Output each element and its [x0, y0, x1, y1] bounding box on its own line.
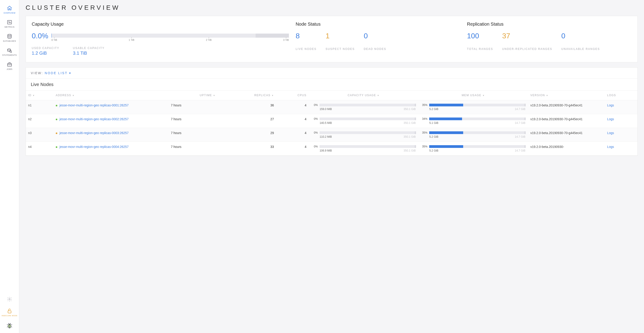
dead-nodes-stat: 0 DEAD NODES	[364, 32, 386, 51]
mem-usage-cell: 35% 5.2 GiB14.7 GiB	[418, 128, 528, 142]
col-cpus[interactable]: CPUS	[276, 90, 309, 100]
replication-status-section: Replication Status 100 TOTAL RANGES 37 U…	[467, 22, 632, 56]
logs-link[interactable]: Logs	[607, 103, 614, 107]
capacity-ticks: 0 TiB 1 TiB 2 TiB 3 TiB	[52, 39, 289, 41]
live-nodes-stat: 8 LIVE NODES	[296, 32, 316, 51]
status-dot-icon	[56, 146, 57, 148]
col-address[interactable]: ADDRESS ▼	[54, 90, 168, 100]
view-dropdown[interactable]: NODE LIST ▾	[45, 71, 72, 75]
home-icon	[7, 6, 12, 11]
sidebar-item-label: STATEMENTS	[2, 54, 17, 56]
database-icon	[7, 34, 12, 39]
sidebar-item-databases[interactable]: DATABASES	[2, 31, 17, 45]
mem-usage-cell: 34% 5.1 GiB14.7 GiB	[418, 114, 528, 128]
jobs-icon	[7, 62, 12, 67]
view-label: VIEW:	[31, 71, 43, 75]
replication-title: Replication Status	[467, 22, 632, 27]
node-address-link[interactable]: jesse-movr-multi-region-geo replicas-000…	[60, 131, 129, 135]
used-capacity-block: USED CAPACITY 1.2 GiB	[32, 46, 59, 56]
under-replicated-stat: 37 UNDER-REPLICATED RANGES	[502, 32, 552, 51]
unlock-icon	[7, 308, 12, 314]
sidebar-item-label: OVERVIEW	[4, 12, 16, 14]
svg-point-5	[9, 298, 10, 300]
node-id: n1	[26, 100, 54, 114]
logs-link[interactable]: Logs	[607, 131, 614, 135]
mem-usage-cell: 35% 5.2 GiB14.7 GiB	[418, 142, 528, 155]
svg-point-1	[8, 34, 11, 36]
node-address-cell: jesse-movr-multi-region-geo replicas-000…	[54, 142, 168, 155]
capacity-usage-cell: 0% 110.2 MiB350.1 GiB	[309, 128, 418, 142]
capacity-section: Capacity Usage 0.0% 0 TiB 1 TiB 2 TiB 3 …	[32, 22, 289, 56]
node-address-cell: jesse-movr-multi-region-geo replicas-000…	[54, 128, 168, 142]
mem-usage-bar	[429, 131, 526, 134]
col-uptime[interactable]: UPTIME ▼	[168, 90, 218, 100]
node-cpus: 4	[276, 100, 309, 114]
mem-usage-bar	[429, 118, 526, 120]
node-cpus: 4	[276, 114, 309, 128]
capacity-title: Capacity Usage	[32, 22, 289, 27]
table-row: n2 jesse-movr-multi-region-geo replicas-…	[26, 114, 638, 128]
status-dot-icon	[56, 105, 57, 106]
sidebar-item-metrics[interactable]: METRICS	[4, 17, 16, 31]
capacity-bar	[52, 34, 289, 38]
sidebar-item-label: INSECURE MODE	[2, 315, 18, 317]
node-version: v19.2.0-beta.20190930-70-g445ec41	[528, 100, 605, 114]
mem-usage-cell: 35% 5.2 GiB14.7 GiB	[418, 100, 528, 114]
node-address-link[interactable]: jesse-movr-multi-region-geo replicas-000…	[60, 103, 129, 107]
logs-link[interactable]: Logs	[607, 145, 614, 149]
cockroach-logo-icon	[6, 322, 13, 329]
node-cpus: 4	[276, 128, 309, 142]
sidebar-item-settings[interactable]	[6, 294, 13, 305]
sidebar-item-label: JOBS	[6, 68, 12, 70]
unavailable-ranges-stat: 0 UNAVAILABLE RANGES	[561, 32, 600, 51]
col-version[interactable]: VERSION ▼	[528, 90, 605, 100]
sidebar-item-label: DATABASES	[3, 40, 16, 42]
node-uptime: 7 hours	[168, 100, 218, 114]
node-address-link[interactable]: jesse-movr-multi-region-geo replicas-000…	[60, 117, 129, 121]
sidebar-item-statements[interactable]: STATEMENTS	[1, 45, 18, 59]
node-id: n2	[26, 114, 54, 128]
node-id: n4	[26, 142, 54, 155]
node-address-cell: jesse-movr-multi-region-geo replicas-000…	[54, 100, 168, 114]
node-address-link[interactable]: jesse-movr-multi-region-geo replicas-000…	[60, 145, 129, 149]
sidebar-item-overview[interactable]: OVERVIEW	[3, 3, 16, 17]
capacity-usage-bar	[320, 118, 416, 120]
metrics-icon	[7, 20, 12, 25]
suspect-nodes-stat: 1 SUSPECT NODES	[326, 32, 355, 51]
node-uptime: 7 hours	[168, 128, 218, 142]
main-content: CLUSTER OVERVIEW Capacity Usage 0.0% 0 T…	[19, 0, 644, 333]
node-replicas: 27	[218, 114, 276, 128]
sidebar-item-insecure-mode[interactable]: INSECURE MODE	[1, 305, 18, 319]
col-capacity[interactable]: CAPACITY USAGE ▼	[309, 90, 418, 100]
col-logs: LOGS	[605, 90, 638, 100]
col-mem[interactable]: MEM USAGE ▼	[418, 90, 528, 100]
table-row: n4 jesse-movr-multi-region-geo replicas-…	[26, 142, 638, 155]
col-replicas[interactable]: REPLICAS ▼	[218, 90, 276, 100]
sidebar: OVERVIEW METRICS DATABASES STATEMENTS JO…	[0, 0, 19, 333]
capacity-usage-bar	[320, 145, 416, 148]
svg-rect-6	[8, 311, 11, 313]
capacity-usage-cell: 0% 106.9 MiB350.1 GiB	[309, 142, 418, 155]
sidebar-item-logo[interactable]	[5, 319, 14, 331]
statements-icon	[7, 48, 12, 53]
total-ranges-stat: 100 TOTAL RANGES	[467, 32, 493, 51]
col-id[interactable]: ID ▼	[26, 90, 54, 100]
usable-capacity-block: USABLE CAPACITY 3.1 TiB	[73, 46, 105, 56]
logs-link[interactable]: Logs	[607, 117, 614, 121]
gear-icon	[7, 296, 12, 302]
node-address-cell: jesse-movr-multi-region-geo replicas-000…	[54, 114, 168, 128]
capacity-usage-cell: 0% 159.0 MiB350.1 GiB	[309, 100, 418, 114]
svg-rect-4	[8, 64, 12, 66]
node-version: v19.2.0-beta.20190930-	[528, 142, 605, 155]
node-version: v19.2.0-beta.20190930-70-g445ec41	[528, 114, 605, 128]
table-row: n1 jesse-movr-multi-region-geo replicas-…	[26, 100, 638, 114]
view-selector-bar: VIEW: NODE LIST ▾	[26, 68, 638, 79]
node-status-title: Node Status	[296, 22, 460, 27]
sidebar-item-jobs[interactable]: JOBS	[6, 59, 13, 73]
capacity-usage-bar	[320, 131, 416, 134]
node-uptime: 7 hours	[168, 142, 218, 155]
page-title: CLUSTER OVERVIEW	[26, 4, 638, 11]
chevron-down-icon: ▾	[69, 71, 72, 75]
node-replicas: 36	[218, 100, 276, 114]
node-id: n3	[26, 128, 54, 142]
